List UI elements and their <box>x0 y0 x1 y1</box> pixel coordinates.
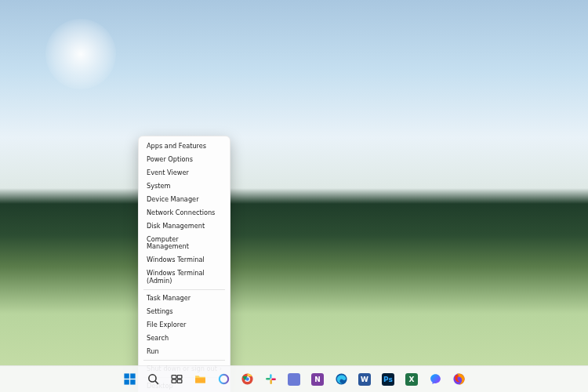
context-menu-item-label: Event Viewer <box>147 169 189 176</box>
svg-rect-16 <box>266 378 270 379</box>
svg-rect-0 <box>124 373 129 378</box>
app-icon-1[interactable] <box>285 370 303 389</box>
svg-rect-2 <box>124 379 129 384</box>
context-menu-item[interactable]: Event Viewer <box>139 166 230 180</box>
context-menu-item[interactable]: Network Connections <box>139 206 230 220</box>
svg-rect-10 <box>195 378 205 383</box>
context-menu-item-label: Run <box>147 348 159 355</box>
context-menu-item-label: Network Connections <box>147 209 215 216</box>
context-menu-item[interactable]: Settings <box>139 305 230 318</box>
context-menu-item-label: Disk Management <box>147 223 205 230</box>
svg-rect-17 <box>270 379 271 384</box>
context-menu-item[interactable]: Power Options <box>139 153 230 166</box>
chrome-icon[interactable] <box>238 370 256 389</box>
context-menu-item-label: Computer Management <box>147 236 222 251</box>
svg-rect-6 <box>172 376 176 379</box>
context-menu-item[interactable]: Search <box>139 332 230 345</box>
context-menu-item[interactable]: Computer Management <box>139 233 230 253</box>
svg-rect-7 <box>177 376 182 379</box>
context-menu-item-label: Task Manager <box>147 295 191 302</box>
task-view-icon[interactable] <box>167 370 186 389</box>
context-menu-item[interactable]: System <box>139 180 230 193</box>
context-menu-item[interactable]: Apps and Features <box>139 140 230 153</box>
onenote-icon[interactable]: N <box>308 370 327 389</box>
messenger-icon[interactable] <box>426 370 445 389</box>
svg-point-11 <box>219 375 227 383</box>
context-menu-item[interactable]: Task Manager <box>139 292 230 305</box>
context-menu-item-label: Device Manager <box>147 196 199 203</box>
svg-point-4 <box>148 375 155 382</box>
search-icon[interactable] <box>143 370 162 389</box>
excel-icon[interactable]: X <box>402 370 421 389</box>
svg-rect-3 <box>130 379 135 384</box>
context-menu-item-label: File Explorer <box>147 321 186 328</box>
svg-rect-8 <box>172 379 176 383</box>
start-icon[interactable] <box>120 370 139 389</box>
edge-icon[interactable] <box>332 370 350 389</box>
context-menu-separator <box>143 360 225 361</box>
context-menu-item[interactable]: Device Manager <box>139 193 230 206</box>
context-menu-item-label: Power Options <box>147 156 193 163</box>
desktop[interactable]: Apps and FeaturesPower OptionsEvent View… <box>0 0 588 392</box>
firefox-icon[interactable] <box>449 370 468 389</box>
svg-line-5 <box>154 381 158 384</box>
context-menu-item-label: Apps and Features <box>147 143 206 150</box>
context-menu-item-label: Windows Terminal <box>147 256 205 263</box>
taskbar: NWPsX <box>0 365 588 392</box>
slack-icon[interactable] <box>261 370 280 389</box>
context-menu-separator <box>143 289 225 290</box>
winx-context-menu: Apps and FeaturesPower OptionsEvent View… <box>138 136 230 392</box>
svg-rect-9 <box>177 379 182 383</box>
context-menu-item[interactable]: Windows Terminal <box>139 254 230 267</box>
context-menu-item[interactable]: Windows Terminal (Admin) <box>139 267 230 288</box>
word-icon[interactable]: W <box>355 370 374 389</box>
context-menu-item[interactable]: Run <box>139 345 230 358</box>
context-menu-item[interactable]: Disk Management <box>139 220 230 233</box>
photoshop-icon[interactable]: Ps <box>379 370 397 389</box>
context-menu-item-label: Settings <box>147 308 173 315</box>
file-explorer-icon[interactable] <box>191 370 209 389</box>
wallpaper-sun <box>45 19 116 89</box>
svg-rect-15 <box>270 374 271 379</box>
context-menu-item[interactable]: File Explorer <box>139 318 230 332</box>
context-menu-item-label: System <box>147 183 171 190</box>
cortana-icon[interactable] <box>214 370 233 389</box>
context-menu-item-label: Windows Terminal (Admin) <box>147 270 222 285</box>
svg-rect-18 <box>271 378 276 379</box>
svg-rect-1 <box>130 373 135 378</box>
context-menu-item-label: Search <box>147 335 169 342</box>
